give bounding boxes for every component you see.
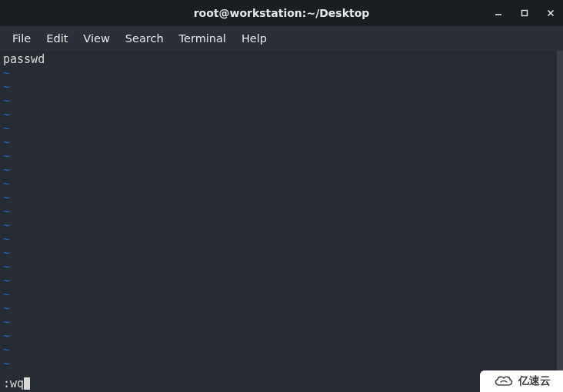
editor-empty-line: ~ [3, 204, 560, 218]
minimize-icon [495, 9, 502, 17]
editor-empty-line: ~ [3, 94, 560, 108]
editor-empty-line: ~ [3, 246, 560, 260]
menu-view[interactable]: View [75, 28, 117, 49]
menubar: File Edit View Search Terminal Help [0, 26, 563, 51]
cursor-block [24, 377, 30, 390]
editor-empty-line: ~ [3, 315, 560, 329]
editor-empty-line: ~ [3, 274, 560, 287]
maximize-button[interactable] [517, 5, 532, 21]
editor-empty-line: ~ [3, 121, 560, 135]
editor-empty-line: ~ [3, 357, 560, 370]
scrollbar-thumb[interactable] [557, 51, 563, 372]
editor-empty-line: ~ [3, 80, 560, 94]
menu-help[interactable]: Help [234, 28, 275, 49]
terminal-viewport[interactable]: passwd ~~~~~~~~~~~~~~~~~~~~~~ :wq [0, 51, 563, 392]
editor-empty-line: ~ [3, 232, 560, 246]
maximize-icon [521, 9, 528, 17]
menu-file[interactable]: File [5, 28, 38, 49]
editor-empty-line: ~ [3, 108, 560, 121]
editor-empty-lines: ~~~~~~~~~~~~~~~~~~~~~~ [3, 66, 560, 370]
editor-empty-line: ~ [3, 218, 560, 232]
close-icon [547, 9, 555, 17]
scrollbar[interactable] [557, 51, 563, 372]
menu-edit[interactable]: Edit [38, 28, 75, 49]
editor-empty-line: ~ [3, 329, 560, 343]
menu-search[interactable]: Search [118, 28, 172, 49]
watermark-text: 亿速云 [518, 374, 551, 388]
window-controls [491, 0, 558, 26]
editor-empty-line: ~ [3, 343, 560, 357]
minimize-button[interactable] [491, 5, 506, 21]
editor-empty-line: ~ [3, 66, 560, 80]
close-button[interactable] [543, 5, 558, 21]
editor-empty-line: ~ [3, 177, 560, 191]
watermark: 亿速云 [480, 370, 563, 392]
editor-content-line: passwd [3, 52, 560, 66]
editor-empty-line: ~ [3, 135, 560, 149]
editor-empty-line: ~ [3, 260, 560, 274]
window-title: root@workstation:~/Desktop [194, 7, 370, 19]
terminal-window: root@workstation:~/Desktop File Edit Vie… [0, 0, 563, 392]
editor-empty-line: ~ [3, 163, 560, 177]
titlebar[interactable]: root@workstation:~/Desktop [0, 0, 563, 26]
editor-empty-line: ~ [3, 287, 560, 301]
vim-command-text: :wq [3, 377, 24, 390]
menu-terminal[interactable]: Terminal [172, 28, 234, 49]
cloud-icon [493, 374, 515, 388]
editor-empty-line: ~ [3, 149, 560, 163]
editor-empty-line: ~ [3, 301, 560, 315]
svg-rect-1 [522, 11, 528, 16]
editor-empty-line: ~ [3, 191, 560, 204]
vim-command-line[interactable]: :wq [3, 377, 30, 390]
